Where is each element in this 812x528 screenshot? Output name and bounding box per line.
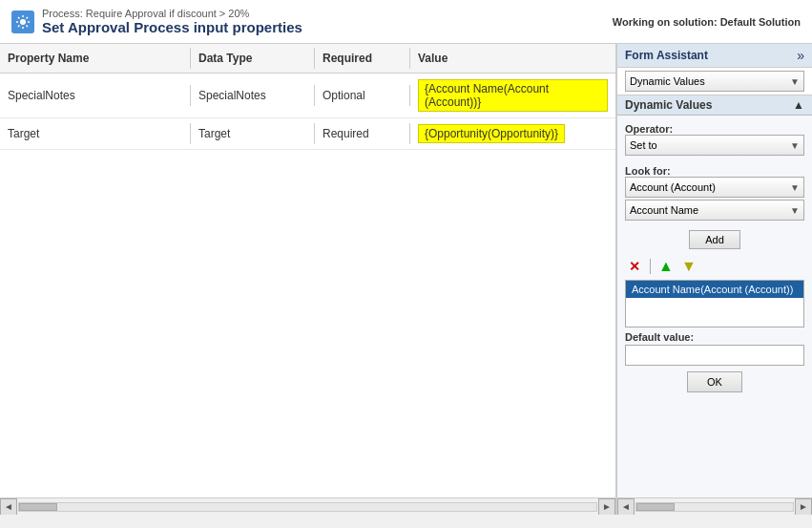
dynamic-values-select-text: Dynamic Values [630,75,790,87]
row2-required: Required [315,123,410,144]
row1-required: Optional [315,85,410,106]
svg-point-0 [20,19,26,25]
form-assistant-header: Form Assistant » [617,44,812,68]
dv-section-label: Dynamic Values [625,98,712,112]
operator-field-row: Operator: Set to ▼ [625,119,804,156]
operator-label: Operator: [625,123,804,135]
scroll-thumb[interactable] [19,503,57,511]
right-scroll-left-arrow[interactable]: ◄ [617,498,635,516]
col-header-value: Value [410,48,615,69]
expand-icon[interactable]: » [797,48,804,63]
divider [650,259,651,274]
right-scroll-right-arrow[interactable]: ► [795,498,812,516]
top-bar: Process: Require Approval if discount > … [0,0,812,44]
page-title: Set Approval Process input properties [42,19,302,35]
title-block: Process: Require Approval if discount > … [42,8,302,35]
row2-value[interactable]: {Opportunity(Opportunity)} [410,118,615,149]
operator-value: Set to [630,139,790,151]
row1-property: SpecialNotes [0,85,191,106]
right-scroll-thumb[interactable] [636,503,675,511]
scroll-right-arrow[interactable]: ► [598,498,615,516]
ok-button[interactable]: OK [687,371,742,392]
dynamic-values-row: Dynamic Values ▼ [617,68,812,95]
lookfor-field-row: Look for: Account (Account) ▼ Account Na… [625,161,804,221]
delete-icon[interactable]: ✕ [625,257,644,276]
form-assistant-title: Form Assistant [625,49,708,62]
gear-icon [11,11,34,33]
field-value: Account Name [630,204,790,216]
row2-property: Target [0,123,191,144]
lookfor-label: Look for: [625,165,804,177]
right-scrollbar-bottom: ◄ ► [617,497,812,515]
row2-value-tag: {Opportunity(Opportunity)} [418,124,565,143]
right-scroll-track[interactable] [635,502,794,512]
operator-select[interactable]: Set to ▼ [625,135,804,156]
dynamic-values-select-row: Dynamic Values ▼ [617,68,812,95]
move-down-icon[interactable]: ▼ [679,257,698,276]
default-value-input[interactable] [625,345,804,366]
horizontal-scrollbar[interactable]: ◄ ► [0,497,615,515]
default-value-label: Default value: [617,327,812,345]
scroll-left-arrow[interactable]: ◄ [0,498,17,516]
field-arrow: ▼ [790,205,800,216]
col-header-required: Required [315,48,410,69]
form-body: Operator: Set to ▼ Look for: Account (Ac… [617,116,812,226]
value-list-item[interactable]: Account Name(Account (Account)) [626,281,803,298]
lookfor-value: Account (Account) [630,181,790,193]
operator-arrow: ▼ [790,140,800,151]
row1-value-tag: {Account Name(Account (Account))} [418,79,608,112]
icon-toolbar: ✕ ▲ ▼ [617,253,812,280]
move-up-icon[interactable]: ▲ [656,257,676,276]
table-header: Property Name Data Type Required Value [0,44,615,74]
top-bar-left: Process: Require Approval if discount > … [11,8,302,35]
left-panel: Property Name Data Type Required Value S… [0,44,616,515]
lookfor-arrow: ▼ [790,182,800,193]
row2-datatype: Target [191,123,315,144]
col-header-datatype: Data Type [191,48,315,69]
row1-datatype: SpecialNotes [191,85,315,106]
dynamic-values-arrow: ▼ [790,76,800,87]
value-list: Account Name(Account (Account)) [625,280,804,327]
col-header-property: Property Name [0,48,191,69]
collapse-icon[interactable]: ▲ [793,98,804,112]
field-select[interactable]: Account Name ▼ [625,200,804,221]
add-button[interactable]: Add [689,230,740,249]
table-row: SpecialNotes SpecialNotes Optional {Acco… [0,74,615,118]
process-label: Process: Require Approval if discount > … [42,8,302,19]
lookfor-select[interactable]: Account (Account) ▼ [625,177,804,198]
main-content: Property Name Data Type Required Value S… [0,44,812,515]
scroll-track[interactable] [18,502,597,512]
row1-value[interactable]: {Account Name(Account (Account))} [410,74,615,117]
working-on-label: Working on solution: Default Solution [613,16,801,28]
table-row: Target Target Required {Opportunity(Oppo… [0,118,615,150]
dv-section-header: Dynamic Values ▲ [617,95,812,116]
dynamic-values-select[interactable]: Dynamic Values ▼ [625,71,804,92]
right-panel: Form Assistant » Dynamic Values ▼ Dynami… [616,44,812,515]
